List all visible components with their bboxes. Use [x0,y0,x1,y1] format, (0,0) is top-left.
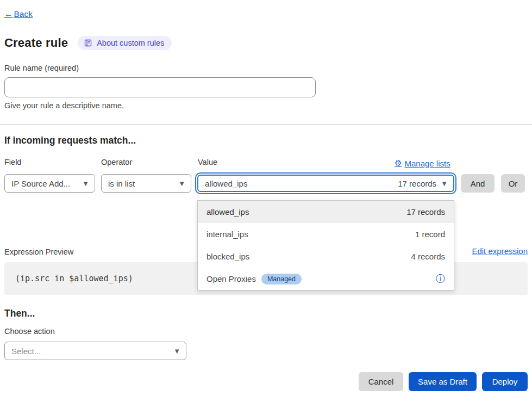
or-button[interactable]: Or [501,174,525,193]
value-select[interactable]: allowed_ips 17 records ▼ [197,175,454,192]
value-label: Value [198,158,217,166]
back-link[interactable]: ←Back [4,9,33,19]
list-record-count: 1 record [415,230,445,239]
rule-name-label: Rule name (required) [4,64,79,72]
operator-label: Operator [101,158,132,166]
book-icon [84,39,92,47]
operator-select-value: is in list [108,179,174,188]
and-button[interactable]: And [461,174,495,193]
title-row: Create rule About custom rules [4,36,172,50]
edit-expression-link[interactable]: Edit expression [472,246,528,256]
info-icon[interactable]: ⓘ [436,274,445,283]
list-record-count: 17 records [406,207,445,217]
dropdown-item-allowed-ips[interactable]: allowed_ips 17 records [198,201,454,223]
value-select-meta: 17 records [398,179,436,188]
rule-name-input[interactable] [4,77,316,97]
managed-badge: Managed [261,274,302,285]
operator-select[interactable]: is in list ▼ [101,174,191,193]
page-title: Create rule [4,36,68,50]
about-custom-rules-link[interactable]: About custom rules [78,36,172,50]
then-section-heading: Then... [4,308,35,319]
rule-name-helper: Give your rule a descriptive name. [4,101,124,110]
field-select[interactable]: IP Source Add... ▼ [4,174,95,193]
manage-lists-label: Manage lists [404,159,450,168]
value-dropdown-menu: allowed_ips 17 records internal_ips 1 re… [197,200,454,290]
chevron-down-icon: ▼ [173,347,180,355]
dropdown-item-open-proxies[interactable]: Open Proxies Managed ⓘ [198,268,454,290]
section-divider [0,124,532,125]
match-section-heading: If incoming requests match... [4,135,136,146]
action-select-placeholder: Select... [11,347,169,356]
list-record-count: 4 records [411,252,445,261]
list-name: blocked_ips [206,252,249,261]
field-label: Field [4,158,21,166]
chevron-down-icon: ▼ [82,180,89,188]
gear-icon: ⚙ [395,158,402,168]
list-name: allowed_ips [206,207,249,217]
back-label: Back [14,9,33,19]
chevron-down-icon: ▼ [441,180,448,188]
expression-code: (ip.src in $allowed_ips) [15,274,133,283]
expression-preview-label: Expression Preview [4,248,73,256]
chevron-down-icon: ▼ [178,180,185,188]
save-as-draft-button[interactable]: Save as Draft [409,372,477,391]
value-select-value: allowed_ips [205,179,398,188]
dropdown-item-internal-ips[interactable]: internal_ips 1 record [198,223,454,245]
action-select[interactable]: Select... ▼ [4,342,186,360]
about-custom-rules-label: About custom rules [97,39,164,47]
field-select-value: IP Source Add... [11,179,78,188]
list-name: internal_ips [206,230,248,239]
manage-lists-link[interactable]: ⚙ Manage lists [395,158,450,168]
cancel-button[interactable]: Cancel [359,372,403,391]
back-arrow-icon: ← [4,9,13,19]
dropdown-item-blocked-ips[interactable]: blocked_ips 4 records [198,245,454,268]
deploy-button[interactable]: Deploy [482,372,528,391]
list-name: Open Proxies [206,274,256,283]
choose-action-label: Choose action [4,327,55,336]
